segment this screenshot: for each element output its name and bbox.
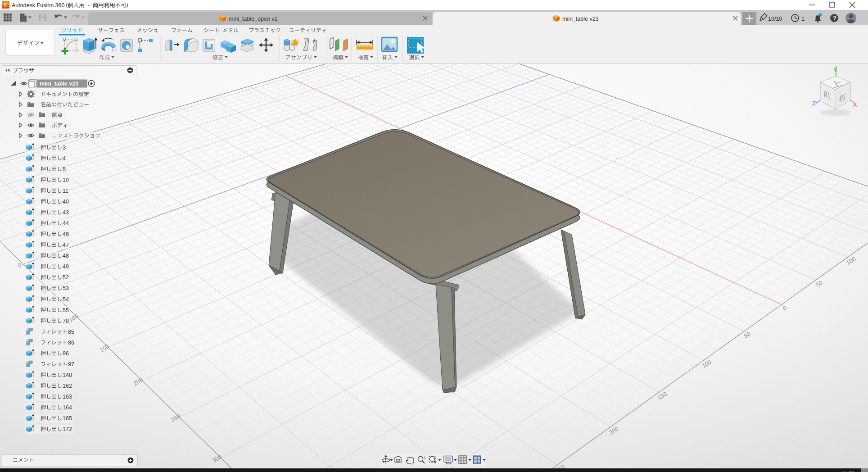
svg-text:97: 97	[68, 361, 74, 368]
svg-text:F: F	[5, 2, 8, 8]
svg-text:4: 4	[63, 155, 66, 162]
svg-text:Autodesk Fusion 360: Autodesk Fusion 360	[12, 2, 64, 9]
svg-text:53: 53	[63, 285, 69, 291]
svg-text:78: 78	[63, 318, 69, 324]
svg-text:46: 46	[63, 231, 69, 237]
svg-text:11: 11	[63, 188, 68, 194]
svg-text:48: 48	[63, 253, 69, 259]
svg-text:±: ±	[424, 455, 426, 459]
svg-text:165: 165	[63, 415, 72, 422]
svg-text:?: ?	[833, 15, 836, 22]
svg-text:mini_table v23: mini_table v23	[562, 16, 599, 22]
svg-text:10: 10	[63, 177, 69, 183]
svg-text:172: 172	[63, 426, 72, 432]
svg-text:96: 96	[63, 350, 69, 357]
svg-text:5: 5	[63, 166, 66, 172]
svg-text:85: 85	[68, 329, 74, 335]
svg-text:86: 86	[68, 340, 74, 346]
svg-text:55: 55	[63, 307, 69, 313]
svg-text:54: 54	[63, 296, 69, 303]
svg-text:52: 52	[63, 274, 69, 281]
svg-text:49: 49	[63, 263, 69, 270]
svg-text:Y: Y	[833, 67, 837, 73]
svg-text:10/10: 10/10	[768, 16, 782, 22]
svg-text:164: 164	[63, 404, 72, 411]
svg-text:44: 44	[63, 220, 69, 227]
svg-text:148: 148	[63, 372, 72, 378]
svg-text:163: 163	[63, 394, 72, 400]
svg-text:162: 162	[63, 383, 72, 389]
svg-text:43: 43	[63, 209, 69, 216]
svg-text:X: X	[853, 101, 857, 108]
svg-text:mini_table_open v1: mini_table_open v1	[229, 16, 277, 22]
svg-text:1: 1	[801, 16, 805, 22]
svg-text:mini_table v23: mini_table v23	[40, 81, 78, 87]
svg-text:47: 47	[63, 242, 69, 248]
svg-text:Z: Z	[812, 100, 816, 107]
svg-text:3: 3	[63, 145, 66, 151]
svg-text:40: 40	[63, 199, 69, 205]
